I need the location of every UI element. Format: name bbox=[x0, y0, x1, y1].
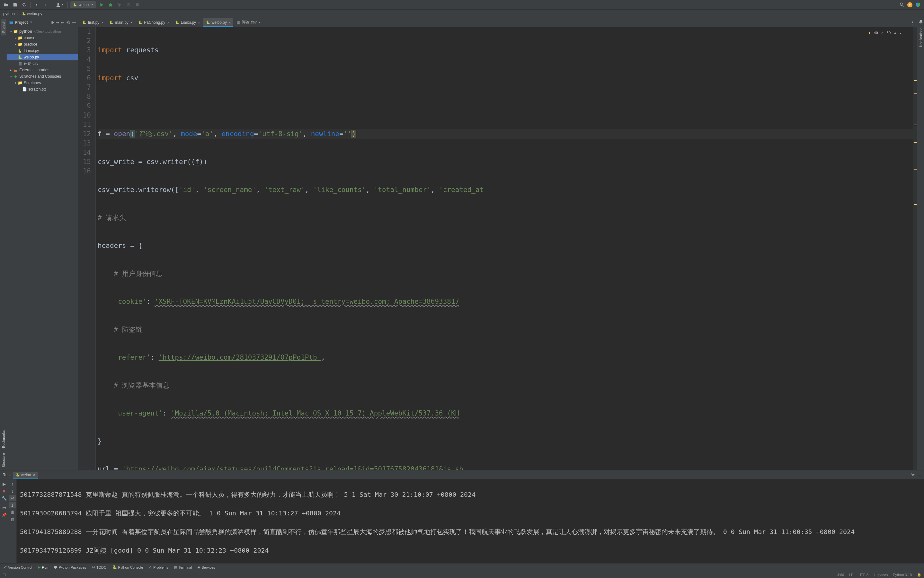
profile-icon[interactable] bbox=[125, 1, 132, 8]
indent[interactable]: 4 spaces bbox=[874, 573, 888, 577]
cursor-position[interactable]: 4:60 bbox=[837, 573, 844, 577]
open-icon[interactable] bbox=[3, 1, 10, 8]
soft-wrap-icon[interactable]: ↩ bbox=[9, 495, 16, 501]
main-toolbar: ▼ 🐍 weibo ▼ bbox=[0, 0, 924, 10]
python-console-tab[interactable]: 🐍Python Console bbox=[112, 565, 143, 569]
tree-node-scratches[interactable]: ▾◆Scratches and Consoles bbox=[7, 73, 78, 80]
warning-icon: ▲ bbox=[869, 28, 871, 37]
breadcrumb-root[interactable]: python bbox=[3, 11, 15, 16]
services-tab[interactable]: ◈Services bbox=[198, 565, 215, 569]
python-packages-tab[interactable]: ⬢Python Packages bbox=[54, 565, 86, 569]
tab-weibo[interactable]: 🐍weibo.py× bbox=[203, 18, 234, 27]
run-icon[interactable] bbox=[98, 1, 105, 8]
line-ending[interactable]: LF bbox=[849, 573, 853, 577]
close-icon[interactable]: × bbox=[101, 21, 103, 24]
scroll-end-icon[interactable]: ⤓ bbox=[9, 502, 16, 508]
editor-indicators[interactable]: ▲40 ✔59 ∧ ∨ bbox=[869, 28, 908, 37]
editor-minimap[interactable] bbox=[913, 27, 917, 470]
code-editor[interactable]: ▲40 ✔59 ∧ ∨ 12345678 910111213141516 imp… bbox=[78, 27, 917, 470]
tree-node-lianxi[interactable]: ▸🐍Lianxi.py bbox=[7, 47, 78, 54]
svg-rect-4 bbox=[136, 3, 139, 6]
lock-icon[interactable]: 🔒 bbox=[917, 573, 921, 577]
status-bar: ▢ 4:60 LF UTF-8 4 spaces Python 3.10 🔒 bbox=[0, 571, 924, 578]
up-icon[interactable]: ∧ bbox=[894, 28, 896, 37]
search-icon[interactable] bbox=[898, 1, 905, 8]
notifications-tool-tab[interactable]: Notifications bbox=[918, 25, 923, 49]
settings-icon[interactable]: 🔧 bbox=[1, 495, 7, 501]
up-icon[interactable]: ↑ bbox=[9, 481, 16, 487]
tab-first[interactable]: 🐍first.py× bbox=[80, 18, 106, 27]
close-icon[interactable]: × bbox=[259, 21, 260, 24]
svg-point-0 bbox=[57, 3, 59, 5]
layout-icon[interactable]: ▭ bbox=[1, 505, 7, 511]
run-tools-secondary: ↑ ↓ ↩ ⤓ 🖶 🗑 bbox=[8, 479, 17, 563]
tree-node-scratches-sub[interactable]: ▾📁Scratches bbox=[7, 80, 78, 86]
editor-area: 🐍first.py× 🐍main.py× 🐍PaChong.py× 🐍Lianx… bbox=[78, 18, 917, 470]
tab-lianxi[interactable]: 🐍Lianxi.py× bbox=[172, 18, 203, 27]
encoding[interactable]: UTF-8 bbox=[859, 573, 869, 577]
tree-node-practice[interactable]: ▸📁practice bbox=[7, 41, 78, 47]
run-config-tab[interactable]: 🐍weibo× bbox=[13, 472, 37, 478]
print-icon[interactable]: 🖶 bbox=[9, 509, 16, 515]
close-icon[interactable]: × bbox=[33, 472, 35, 477]
tab-main[interactable]: 🐍main.py× bbox=[107, 18, 135, 27]
bottom-tool-bar: ⎇Version Control ▶Run ⬢Python Packages ☑… bbox=[0, 563, 924, 571]
terminal-tab[interactable]: ▤Terminal bbox=[174, 565, 192, 569]
tree-node-pinglun[interactable]: ▸▦评论.csv bbox=[7, 60, 78, 67]
tree-node-scratchtxt[interactable]: ▸📄scratch.txt bbox=[7, 86, 78, 93]
debug-icon[interactable] bbox=[107, 1, 114, 8]
save-icon[interactable] bbox=[11, 1, 19, 8]
run-settings-icon[interactable] bbox=[911, 472, 915, 477]
bell-icon[interactable] bbox=[919, 19, 923, 24]
user-menu[interactable]: ▼ bbox=[55, 3, 65, 7]
close-icon[interactable]: × bbox=[198, 21, 200, 24]
pin-icon[interactable]: 📌 bbox=[1, 511, 7, 518]
interpreter[interactable]: Python 3.10 bbox=[893, 573, 912, 577]
down-icon[interactable]: ↓ bbox=[9, 488, 16, 494]
todo-tab[interactable]: ☑TODO bbox=[92, 565, 107, 569]
code-content[interactable]: import requests import csv f = open('评论.… bbox=[96, 27, 917, 470]
hide-icon[interactable]: — bbox=[72, 20, 76, 25]
update-icon[interactable] bbox=[907, 2, 913, 7]
tool-windows-icon[interactable]: ▢ bbox=[3, 573, 6, 577]
tree-node-extlib[interactable]: ▸⬓External Libraries bbox=[7, 67, 78, 73]
select-opened-icon[interactable]: ⊕ bbox=[51, 20, 54, 25]
down-icon[interactable]: ∨ bbox=[899, 28, 901, 37]
project-tool-tab[interactable]: Project bbox=[1, 19, 6, 35]
hide-icon[interactable]: — bbox=[917, 472, 921, 477]
close-icon[interactable]: × bbox=[229, 21, 231, 24]
clear-icon[interactable]: 🗑 bbox=[9, 516, 16, 523]
stop-icon[interactable] bbox=[134, 1, 141, 8]
coverage-icon[interactable] bbox=[116, 1, 123, 8]
tree-node-course[interactable]: ▸📁course bbox=[7, 35, 78, 41]
expand-all-icon[interactable]: ⇥ bbox=[56, 20, 59, 25]
collapse-all-icon[interactable]: ⇤ bbox=[61, 20, 64, 25]
version-control-tab[interactable]: ⎇Version Control bbox=[3, 565, 32, 569]
sync-icon[interactable] bbox=[21, 1, 28, 8]
ide-settings-icon[interactable] bbox=[914, 1, 921, 8]
right-tool-rail: Notifications bbox=[917, 18, 924, 470]
forward-icon[interactable] bbox=[42, 1, 49, 8]
close-icon[interactable]: × bbox=[167, 21, 169, 24]
run-config-label: weibo bbox=[79, 3, 89, 7]
tree-node-weibo[interactable]: ▸🐍weibo.py bbox=[7, 54, 78, 60]
structure-tool-tab[interactable]: Structure bbox=[1, 451, 6, 470]
run-tab[interactable]: ▶Run bbox=[38, 565, 48, 569]
tree-node-root[interactable]: ▾📁 python ~/Desktop/python bbox=[7, 28, 78, 35]
settings-icon[interactable] bbox=[66, 20, 70, 24]
problems-tab[interactable]: ⚠Problems bbox=[149, 565, 168, 569]
back-icon[interactable] bbox=[33, 1, 40, 8]
stop-icon[interactable]: ■ bbox=[1, 488, 7, 494]
breadcrumb-file[interactable]: 🐍weibo.py bbox=[22, 11, 42, 16]
bookmarks-tool-tab[interactable]: Bookmarks bbox=[1, 428, 6, 451]
console-output[interactable]: 5017732887871548 克里斯蒂赵 真的特别佩服桂海潮。一个科研人员，… bbox=[17, 479, 924, 563]
svg-point-5 bbox=[900, 3, 903, 5]
run-config-selector[interactable]: 🐍 weibo ▼ bbox=[70, 1, 96, 8]
project-panel-title[interactable]: Project ▼ bbox=[9, 20, 49, 25]
tab-pinglun[interactable]: ▦评论.csv× bbox=[234, 18, 263, 27]
rerun-icon[interactable]: ▶ bbox=[1, 481, 7, 487]
breadcrumb: python 〉 🐍weibo.py bbox=[0, 10, 924, 18]
more-tabs-icon[interactable]: ⋮ bbox=[911, 20, 917, 25]
close-icon[interactable]: × bbox=[130, 21, 132, 24]
tab-pachong[interactable]: 🐍PaChong.py× bbox=[136, 18, 172, 27]
